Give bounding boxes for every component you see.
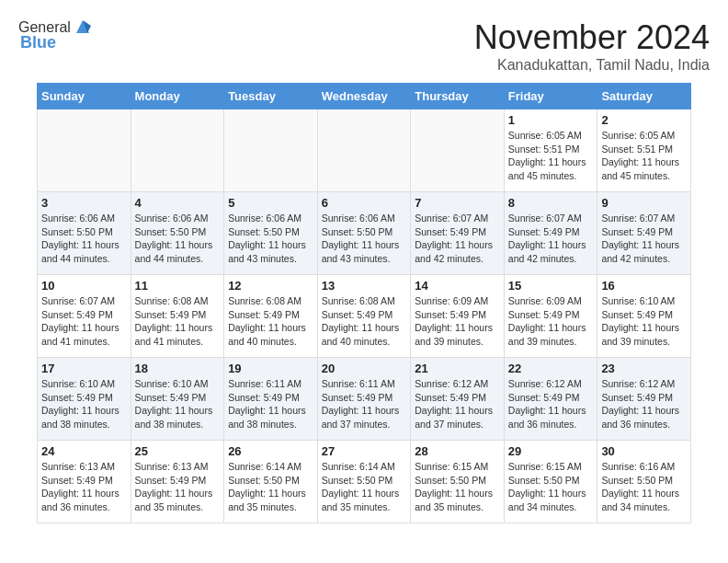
calendar-body: 1Sunrise: 6:05 AMSunset: 5:51 PMDaylight… bbox=[38, 109, 691, 523]
day-number: 4 bbox=[135, 196, 221, 210]
calendar-day: 2Sunrise: 6:05 AMSunset: 5:51 PMDaylight… bbox=[597, 109, 691, 192]
calendar-day: 9Sunrise: 6:07 AMSunset: 5:49 PMDaylight… bbox=[597, 192, 691, 275]
day-info: Sunrise: 6:06 AMSunset: 5:50 PMDaylight:… bbox=[41, 212, 127, 266]
calendar-day: 27Sunrise: 6:14 AMSunset: 5:50 PMDayligh… bbox=[317, 441, 411, 523]
calendar-day: 15Sunrise: 6:09 AMSunset: 5:49 PMDayligh… bbox=[504, 275, 597, 358]
calendar-day: 18Sunrise: 6:10 AMSunset: 5:49 PMDayligh… bbox=[131, 358, 224, 441]
calendar-day: 23Sunrise: 6:12 AMSunset: 5:49 PMDayligh… bbox=[597, 358, 691, 441]
day-info: Sunrise: 6:10 AMSunset: 5:49 PMDaylight:… bbox=[601, 294, 687, 349]
day-number: 24 bbox=[41, 444, 127, 458]
calendar-day: 28Sunrise: 6:15 AMSunset: 5:50 PMDayligh… bbox=[411, 441, 505, 523]
title-section: November 2024 Kanadukattan, Tamil Nadu, … bbox=[474, 18, 710, 74]
day-info: Sunrise: 6:06 AMSunset: 5:50 PMDaylight:… bbox=[228, 212, 313, 266]
day-number: 12 bbox=[228, 279, 313, 293]
day-info: Sunrise: 6:07 AMSunset: 5:49 PMDaylight:… bbox=[508, 212, 594, 266]
day-info: Sunrise: 6:12 AMSunset: 5:49 PMDaylight:… bbox=[601, 377, 687, 431]
calendar-day: 30Sunrise: 6:16 AMSunset: 5:50 PMDayligh… bbox=[597, 441, 691, 523]
day-number: 3 bbox=[41, 196, 127, 210]
calendar-header: Sunday Monday Tuesday Wednesday Thursday… bbox=[38, 84, 691, 109]
calendar-day: 19Sunrise: 6:11 AMSunset: 5:49 PMDayligh… bbox=[224, 358, 318, 441]
day-number: 16 bbox=[601, 279, 687, 293]
day-number: 17 bbox=[41, 362, 127, 375]
day-number: 30 bbox=[601, 444, 687, 458]
logo-icon bbox=[73, 17, 93, 37]
day-info: Sunrise: 6:08 AMSunset: 5:49 PMDaylight:… bbox=[322, 294, 407, 349]
day-number: 28 bbox=[415, 444, 500, 458]
day-info: Sunrise: 6:14 AMSunset: 5:50 PMDaylight:… bbox=[228, 460, 313, 514]
month-title: November 2024 bbox=[474, 18, 710, 57]
day-number: 11 bbox=[135, 279, 221, 293]
day-info: Sunrise: 6:13 AMSunset: 5:49 PMDaylight:… bbox=[41, 460, 127, 514]
calendar-day: 12Sunrise: 6:08 AMSunset: 5:49 PMDayligh… bbox=[224, 275, 318, 358]
day-number: 15 bbox=[508, 279, 594, 293]
day-info: Sunrise: 6:09 AMSunset: 5:49 PMDaylight:… bbox=[508, 294, 594, 349]
calendar-day: 21Sunrise: 6:12 AMSunset: 5:49 PMDayligh… bbox=[411, 358, 505, 441]
page-header: General Blue November 2024 Kanadukattan,… bbox=[0, 0, 728, 83]
day-number: 20 bbox=[322, 362, 407, 375]
calendar-day: 6Sunrise: 6:06 AMSunset: 5:50 PMDaylight… bbox=[317, 192, 411, 275]
day-info: Sunrise: 6:07 AMSunset: 5:49 PMDaylight:… bbox=[41, 294, 127, 349]
calendar-day: 8Sunrise: 6:07 AMSunset: 5:49 PMDaylight… bbox=[504, 192, 597, 275]
day-number: 14 bbox=[415, 279, 500, 293]
day-info: Sunrise: 6:11 AMSunset: 5:49 PMDaylight:… bbox=[322, 377, 407, 431]
calendar-day: 29Sunrise: 6:15 AMSunset: 5:50 PMDayligh… bbox=[504, 441, 597, 523]
calendar-day: 20Sunrise: 6:11 AMSunset: 5:49 PMDayligh… bbox=[317, 358, 411, 441]
calendar-week-4: 17Sunrise: 6:10 AMSunset: 5:49 PMDayligh… bbox=[38, 358, 691, 441]
day-number: 6 bbox=[322, 196, 407, 210]
calendar-day bbox=[224, 109, 318, 192]
day-info: Sunrise: 6:12 AMSunset: 5:49 PMDaylight:… bbox=[508, 377, 594, 431]
day-number: 22 bbox=[508, 362, 594, 375]
calendar-day: 11Sunrise: 6:08 AMSunset: 5:49 PMDayligh… bbox=[131, 275, 224, 358]
day-number: 5 bbox=[228, 196, 313, 210]
logo-blue-text: Blue bbox=[20, 33, 56, 52]
day-info: Sunrise: 6:15 AMSunset: 5:50 PMDaylight:… bbox=[415, 460, 500, 514]
day-info: Sunrise: 6:15 AMSunset: 5:50 PMDaylight:… bbox=[508, 460, 594, 514]
day-info: Sunrise: 6:07 AMSunset: 5:49 PMDaylight:… bbox=[601, 212, 687, 266]
day-info: Sunrise: 6:08 AMSunset: 5:49 PMDaylight:… bbox=[228, 294, 313, 349]
day-info: Sunrise: 6:10 AMSunset: 5:49 PMDaylight:… bbox=[135, 377, 221, 431]
calendar-day: 13Sunrise: 6:08 AMSunset: 5:49 PMDayligh… bbox=[317, 275, 411, 358]
day-number: 18 bbox=[135, 362, 221, 375]
day-number: 23 bbox=[601, 362, 687, 375]
calendar-day: 1Sunrise: 6:05 AMSunset: 5:51 PMDaylight… bbox=[504, 109, 597, 192]
calendar-day bbox=[131, 109, 224, 192]
day-info: Sunrise: 6:11 AMSunset: 5:49 PMDaylight:… bbox=[228, 377, 313, 431]
day-number: 13 bbox=[322, 279, 407, 293]
calendar-table: Sunday Monday Tuesday Wednesday Thursday… bbox=[37, 83, 691, 523]
calendar-day: 5Sunrise: 6:06 AMSunset: 5:50 PMDaylight… bbox=[224, 192, 318, 275]
day-info: Sunrise: 6:12 AMSunset: 5:49 PMDaylight:… bbox=[415, 377, 500, 431]
calendar-day bbox=[411, 109, 505, 192]
calendar-day: 14Sunrise: 6:09 AMSunset: 5:49 PMDayligh… bbox=[411, 275, 505, 358]
day-info: Sunrise: 6:06 AMSunset: 5:50 PMDaylight:… bbox=[322, 212, 407, 266]
page-container: General Blue November 2024 Kanadukattan,… bbox=[0, 0, 728, 542]
day-number: 29 bbox=[508, 444, 594, 458]
logo: General Blue bbox=[18, 18, 93, 52]
day-number: 10 bbox=[41, 279, 127, 293]
calendar-day bbox=[317, 109, 411, 192]
col-saturday: Saturday bbox=[597, 84, 691, 109]
calendar-day: 3Sunrise: 6:06 AMSunset: 5:50 PMDaylight… bbox=[38, 192, 131, 275]
calendar-day: 4Sunrise: 6:06 AMSunset: 5:50 PMDaylight… bbox=[131, 192, 224, 275]
col-friday: Friday bbox=[504, 84, 597, 109]
day-info: Sunrise: 6:09 AMSunset: 5:49 PMDaylight:… bbox=[415, 294, 500, 349]
col-sunday: Sunday bbox=[38, 84, 131, 109]
day-info: Sunrise: 6:13 AMSunset: 5:49 PMDaylight:… bbox=[135, 460, 221, 514]
day-number: 1 bbox=[508, 113, 594, 127]
day-info: Sunrise: 6:10 AMSunset: 5:49 PMDaylight:… bbox=[41, 377, 127, 431]
calendar-week-3: 10Sunrise: 6:07 AMSunset: 5:49 PMDayligh… bbox=[38, 275, 691, 358]
day-number: 7 bbox=[415, 196, 500, 210]
calendar-day: 26Sunrise: 6:14 AMSunset: 5:50 PMDayligh… bbox=[224, 441, 318, 523]
calendar-week-2: 3Sunrise: 6:06 AMSunset: 5:50 PMDaylight… bbox=[38, 192, 691, 275]
calendar-day: 24Sunrise: 6:13 AMSunset: 5:49 PMDayligh… bbox=[38, 441, 131, 523]
calendar-wrapper: Sunday Monday Tuesday Wednesday Thursday… bbox=[0, 83, 728, 542]
day-number: 8 bbox=[508, 196, 594, 210]
day-info: Sunrise: 6:14 AMSunset: 5:50 PMDaylight:… bbox=[322, 460, 407, 514]
day-number: 2 bbox=[601, 113, 687, 127]
day-info: Sunrise: 6:16 AMSunset: 5:50 PMDaylight:… bbox=[601, 460, 687, 514]
calendar-day: 25Sunrise: 6:13 AMSunset: 5:49 PMDayligh… bbox=[131, 441, 224, 523]
day-info: Sunrise: 6:05 AMSunset: 5:51 PMDaylight:… bbox=[601, 129, 687, 183]
day-number: 26 bbox=[228, 444, 313, 458]
location-subtitle: Kanadukattan, Tamil Nadu, India bbox=[474, 57, 710, 74]
day-number: 19 bbox=[228, 362, 313, 375]
col-thursday: Thursday bbox=[411, 84, 505, 109]
